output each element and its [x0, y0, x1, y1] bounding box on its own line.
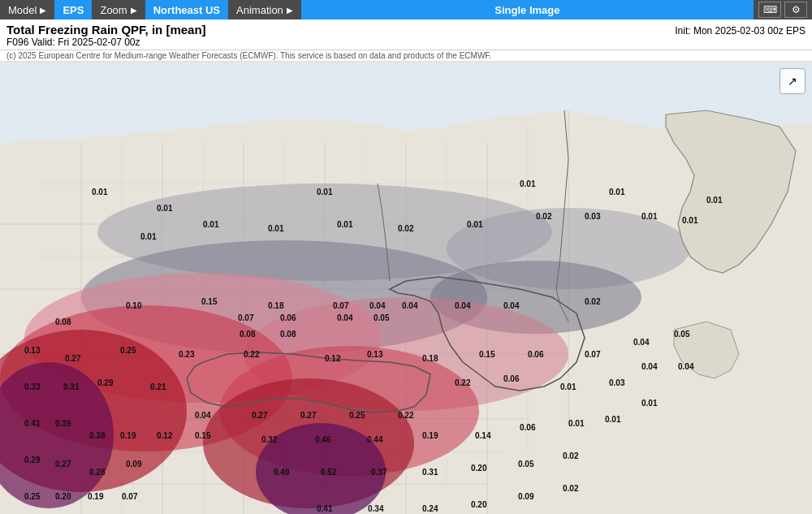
share-button[interactable]: ↗ [780, 68, 806, 94]
eps-label: EPS [63, 4, 84, 16]
nav-right-icons: ⌨ ⚙ [754, 2, 812, 18]
zoom-nav[interactable]: Zoom ▶ [92, 0, 145, 19]
animation-label: Animation [236, 4, 283, 16]
copyright-bar: (c) 2025 European Centre for Medium-rang… [0, 50, 812, 62]
single-image-nav[interactable]: Single Image [301, 0, 754, 19]
model-arrow: ▶ [40, 6, 46, 15]
map-svg [0, 62, 812, 514]
info-bar: Total Freezing Rain QPF, in [mean] F096 … [0, 19, 812, 50]
chart-subtitle: F096 Valid: Fri 2025-02-07 00z [6, 37, 806, 48]
zoom-arrow: ▶ [131, 6, 137, 15]
model-nav[interactable]: Model ▶ [0, 0, 54, 19]
keyboard-icon: ⌨ [763, 4, 777, 15]
zoom-label: Zoom [100, 4, 127, 16]
keyboard-button[interactable]: ⌨ [758, 2, 781, 18]
settings-button[interactable]: ⚙ [784, 2, 807, 18]
northeast-nav[interactable]: Northeast US [145, 0, 228, 19]
single-image-label: Single Image [495, 4, 559, 16]
northeast-label: Northeast US [153, 4, 220, 16]
top-nav: Model ▶ EPS Zoom ▶ Northeast US Animatio… [0, 0, 812, 19]
animation-arrow: ▶ [287, 6, 293, 15]
model-label: Model [8, 4, 37, 16]
init-time: Init: Mon 2025-02-03 00z EPS [675, 25, 806, 37]
animation-nav[interactable]: Animation ▶ [228, 0, 301, 19]
settings-icon: ⚙ [792, 4, 801, 15]
copyright-text: (c) 2025 European Centre for Medium-rang… [6, 51, 491, 60]
map-container: ↗ 0.010.010.010.010.010.010.010.010.010.… [0, 62, 812, 514]
eps-nav[interactable]: EPS [54, 0, 92, 19]
share-icon: ↗ [788, 75, 797, 88]
